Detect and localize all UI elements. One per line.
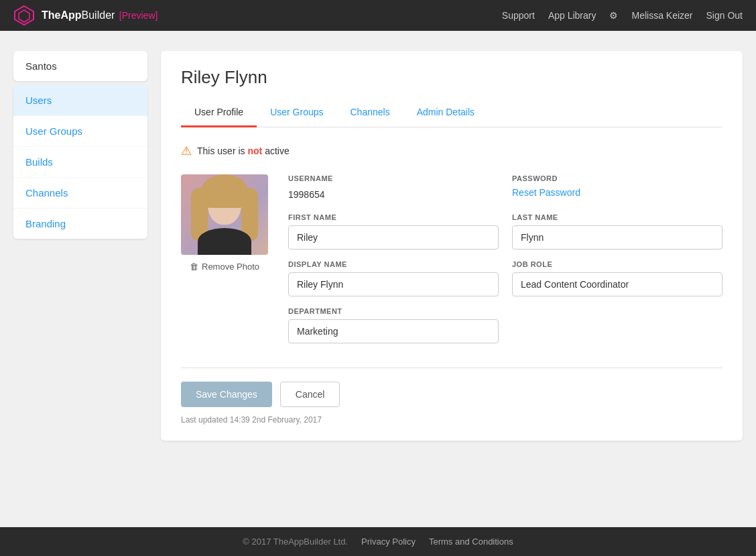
nav-actions: Support App Library ⚙ Melissa Keizer Sig… [502,10,743,21]
name-row: FIRST NAME LAST NAME [288,213,722,249]
logo-area: TheAppBuilder [Preview] [13,5,158,26]
sidebar-item-builds[interactable]: Builds [13,147,147,178]
job-role-group: JOB ROLE [512,260,722,296]
top-navigation: TheAppBuilder [Preview] Support App Libr… [0,0,756,31]
job-role-label: JOB ROLE [512,260,722,268]
status-not: not [247,146,262,156]
photo-section: 🗑 Remove Photo [181,174,268,354]
card-divider [181,368,722,368]
terms-link[interactable]: Terms and Conditions [429,537,513,547]
org-name: Santos [13,51,147,81]
footer-links: © 2017 TheAppBuilder Ltd. Privacy Policy… [13,537,743,547]
support-link[interactable]: Support [502,10,535,21]
last-name-group: LAST NAME [512,213,722,249]
logo-text: TheAppBuilder [Preview] [42,9,158,21]
username-value: 1998654 [288,186,499,203]
last-name-input[interactable] [512,225,722,249]
tab-bar: User Profile User Groups Channels Admin … [181,99,722,127]
status-warning: ⚠ This user is not active [181,144,722,158]
profile-card: Riley Flynn User Profile User Groups Cha… [161,51,743,441]
username-password-row: USERNAME 1998654 PASSWORD Reset Password [288,174,722,203]
hair-top [201,174,248,208]
tab-user-groups[interactable]: User Groups [257,99,336,127]
status-text: This user is not active [197,146,290,156]
display-name-input[interactable] [288,272,499,296]
main-content: Santos Users User Groups Builds Channels… [0,31,756,527]
display-name-group: DISPLAY NAME [288,260,499,296]
warning-icon: ⚠ [181,144,192,158]
password-group: PASSWORD Reset Password [512,174,722,203]
cancel-button[interactable]: Cancel [280,382,340,407]
display-name-label: DISPLAY NAME [288,260,499,268]
last-updated: Last updated 14:39 2nd February, 2017 [181,415,722,425]
sign-out-link[interactable]: Sign Out [706,10,743,21]
content-area: Riley Flynn User Profile User Groups Cha… [161,51,743,507]
privacy-policy-link[interactable]: Privacy Policy [361,537,416,547]
department-input[interactable] [288,319,499,343]
display-job-row: DISPLAY NAME JOB ROLE [288,260,722,296]
remove-photo-button[interactable]: 🗑 Remove Photo [190,262,259,272]
form-section: USERNAME 1998654 PASSWORD Reset Password [288,174,722,354]
first-name-label: FIRST NAME [288,213,499,221]
sidebar-nav: Users User Groups Builds Channels Brandi… [13,85,147,239]
app-library-link[interactable]: App Library [548,10,596,21]
sidebar-item-users[interactable]: Users [13,85,147,116]
card-body: ⚠ This user is not active [161,127,743,441]
reset-password-link[interactable]: Reset Password [512,187,580,198]
action-buttons: Save Changes Cancel [181,382,722,407]
last-name-label: LAST NAME [512,213,722,221]
empty-group [512,307,722,343]
logo-icon [13,5,35,26]
svg-marker-1 [19,10,29,22]
username-label: USERNAME [288,174,499,182]
user-name: Melissa Keizer [631,10,692,21]
settings-icon[interactable]: ⚙ [609,10,618,21]
sidebar-item-branding[interactable]: Branding [13,209,147,239]
username-group: USERNAME 1998654 [288,174,499,203]
profile-section: 🗑 Remove Photo USERNAME 1998654 [181,174,722,354]
photo-placeholder [181,174,268,255]
sidebar: Santos Users User Groups Builds Channels… [13,51,147,507]
sidebar-item-channels[interactable]: Channels [13,178,147,209]
card-header: Riley Flynn User Profile User Groups Cha… [161,51,743,127]
copyright: © 2017 TheAppBuilder Ltd. [243,537,348,547]
page-title: Riley Flynn [181,67,722,88]
tab-channels[interactable]: Channels [337,99,403,127]
save-button[interactable]: Save Changes [181,382,272,407]
footer: © 2017 TheAppBuilder Ltd. Privacy Policy… [0,527,756,556]
tab-user-profile[interactable]: User Profile [181,99,257,127]
profile-photo [181,174,268,255]
department-label: DEPARTMENT [288,307,499,315]
password-label: PASSWORD [512,174,722,182]
department-group: DEPARTMENT [288,307,499,343]
body [198,228,251,255]
department-row: DEPARTMENT [288,307,722,343]
job-role-input[interactable] [512,272,722,296]
first-name-group: FIRST NAME [288,213,499,249]
first-name-input[interactable] [288,225,499,249]
trash-icon: 🗑 [190,262,198,272]
sidebar-item-user-groups[interactable]: User Groups [13,116,147,147]
tab-admin-details[interactable]: Admin Details [403,99,488,127]
